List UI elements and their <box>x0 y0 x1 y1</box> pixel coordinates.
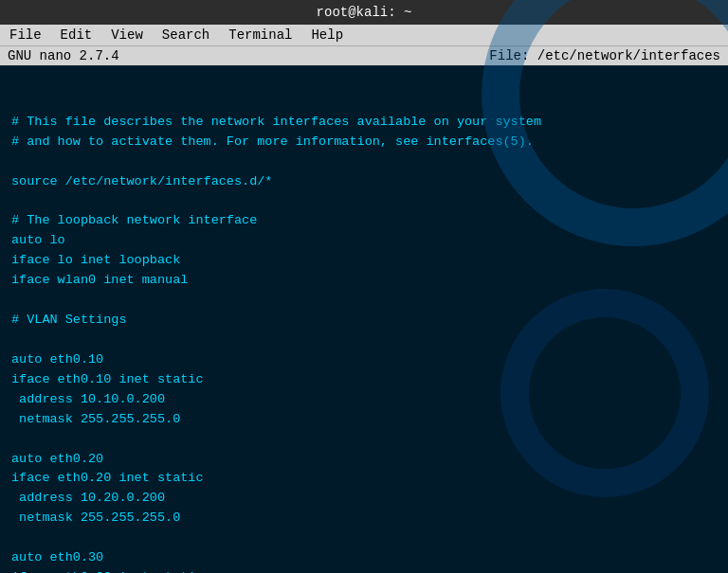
editor-area[interactable]: # This file describes the network interf… <box>0 65 728 573</box>
editor-line: iface lo inet loopback <box>11 251 717 271</box>
editor-line: netmask 255.255.255.0 <box>11 509 717 528</box>
editor-line: source /etc/network/interfaces.d/* <box>11 172 717 192</box>
editor-line <box>11 331 717 350</box>
editor-line <box>11 291 717 311</box>
editor-line: auto eth0.20 <box>11 450 717 470</box>
editor-line: iface wlan0 inet manual <box>11 271 717 291</box>
editor-line: # This file describes the network interf… <box>11 113 717 133</box>
editor-line <box>11 152 717 172</box>
editor-line: # and how to activate them. For more inf… <box>11 133 717 152</box>
title-bar: root@kali: ~ <box>0 0 728 25</box>
editor-line <box>11 528 717 548</box>
editor-line: auto lo <box>11 231 717 251</box>
editor-line <box>11 192 717 212</box>
editor-line: netmask 255.255.255.0 <box>11 410 717 430</box>
editor-line: address 10.20.0.200 <box>11 489 717 509</box>
editor-line: iface eth0.20 inet static <box>11 469 717 489</box>
file-path: File: /etc/network/interfaces <box>489 48 720 63</box>
menu-bar: File Edit View Search Terminal Help <box>0 25 728 45</box>
title-text: root@kali: ~ <box>317 5 412 20</box>
editor-line: iface eth0.10 inet static <box>11 370 717 390</box>
editor-line: iface eth0.30 inet static <box>11 568 717 573</box>
editor-line: auto eth0.10 <box>11 350 717 370</box>
editor-line: address 10.10.0.200 <box>11 390 717 410</box>
menu-help[interactable]: Help <box>309 27 345 44</box>
status-bar: GNU nano 2.7.4 File: /etc/network/interf… <box>0 45 728 65</box>
editor-line: # VLAN Settings <box>11 311 717 331</box>
menu-edit[interactable]: Edit <box>59 27 95 44</box>
editor-line: # The loopback network interface <box>11 211 717 231</box>
menu-view[interactable]: View <box>109 27 145 44</box>
menu-file[interactable]: File <box>8 27 44 44</box>
menu-terminal[interactable]: Terminal <box>227 27 294 44</box>
nano-version: GNU nano 2.7.4 <box>8 48 119 63</box>
editor-line <box>11 430 717 450</box>
editor-line: auto eth0.30 <box>11 548 717 568</box>
menu-search[interactable]: Search <box>160 27 211 44</box>
terminal-window: root@kali: ~ File Edit View Search Termi… <box>0 0 728 573</box>
